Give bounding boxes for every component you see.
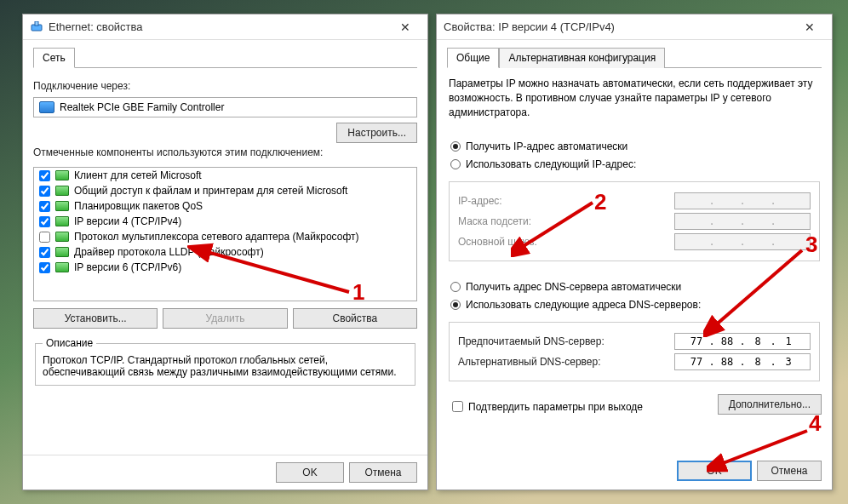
component-checkbox[interactable]: [39, 216, 50, 227]
component-label: Протокол мультиплексора сетевого адаптер…: [74, 231, 358, 243]
component-label: IP версии 6 (TCP/IPv6): [74, 261, 181, 273]
install-button[interactable]: Установить...: [33, 308, 158, 329]
ok-button[interactable]: OK: [677, 461, 752, 481]
component-icon: [55, 216, 69, 226]
tab-alternate[interactable]: Альтернативная конфигурация: [499, 48, 665, 68]
radio-icon: [450, 300, 461, 310]
close-icon[interactable]: ✕: [793, 17, 827, 37]
component-icon: [55, 232, 69, 242]
component-icon: [55, 247, 69, 257]
adapter-name: Realtek PCIe GBE Family Controller: [60, 101, 224, 113]
subnet-mask-input: ...: [674, 213, 811, 230]
preferred-dns-label: Предпочитаемый DNS-сервер:: [458, 335, 620, 347]
component-row[interactable]: Протокол мультиплексора сетевого адаптер…: [34, 229, 416, 244]
component-row[interactable]: Планировщик пакетов QoS: [34, 198, 416, 214]
component-icon: [55, 170, 69, 180]
close-icon[interactable]: ✕: [388, 17, 422, 37]
gateway-input: ...: [674, 233, 811, 250]
configure-button[interactable]: Настроить...: [336, 123, 417, 143]
cancel-button[interactable]: Отмена: [757, 461, 822, 481]
ip-fields: IP-адрес: ... Маска подсети: ... Основно…: [449, 181, 820, 261]
alternate-dns-label: Альтернативный DNS-сервер:: [458, 356, 620, 368]
component-label: IP версии 4 (TCP/IPv4): [74, 215, 181, 227]
radio-ip-auto[interactable]: Получить IP-адрес автоматически: [450, 139, 822, 154]
subnet-mask-label: Маска подсети:: [458, 215, 620, 227]
title-text: Ethernet: свойства: [49, 20, 388, 33]
nic-icon: [30, 20, 43, 34]
validate-checkbox-input[interactable]: [452, 401, 463, 412]
component-icon: [55, 201, 69, 211]
components-list[interactable]: Клиент для сетей MicrosoftОбщий доступ к…: [33, 167, 417, 301]
radio-label: Использовать следующие адреса DNS-сервер…: [466, 299, 701, 311]
adapter-field: Realtek PCIe GBE Family Controller: [33, 97, 417, 117]
adapter-icon: [39, 101, 54, 113]
ip-address-label: IP-адрес:: [458, 195, 620, 207]
ipv4-properties-dialog: Свойства: IP версии 4 (TCP/IPv4) ✕ Общие…: [436, 14, 833, 490]
component-label: Планировщик пакетов QoS: [74, 200, 203, 212]
components-label: Отмеченные компоненты используются этим …: [33, 146, 417, 158]
component-checkbox[interactable]: [39, 201, 50, 212]
radio-icon: [450, 159, 461, 169]
description-legend: Описание: [43, 337, 96, 349]
radio-dns-manual[interactable]: Использовать следующие адреса DNS-сервер…: [450, 297, 822, 312]
radio-dns-auto[interactable]: Получить адрес DNS-сервера автоматически: [450, 279, 822, 295]
ok-button[interactable]: OK: [276, 462, 344, 483]
radio-ip-manual[interactable]: Использовать следующий IP-адрес:: [450, 157, 822, 172]
validate-checkbox[interactable]: Подтвердить параметры при выходе: [449, 398, 643, 415]
radio-label: Использовать следующий IP-адрес:: [466, 158, 636, 170]
remove-button: Удалить: [163, 308, 287, 329]
radio-label: Получить адрес DNS-сервера автоматически: [466, 281, 681, 293]
description-text: Протокол TCP/IP. Стандартный протокол гл…: [43, 354, 408, 378]
validate-label: Подтвердить параметры при выходе: [468, 401, 643, 413]
component-checkbox[interactable]: [39, 170, 50, 181]
cancel-button[interactable]: Отмена: [349, 462, 417, 483]
connect-label: Подключение через:: [33, 80, 417, 92]
component-row[interactable]: IP версии 4 (TCP/IPv4): [34, 214, 416, 229]
component-checkbox[interactable]: [39, 232, 50, 243]
preferred-dns-input[interactable]: 77. 88. 8. 1: [674, 333, 811, 350]
radio-label: Получить IP-адрес автоматически: [466, 140, 627, 152]
radio-icon: [450, 282, 461, 292]
tabstrip: Общие Альтернативная конфигурация: [447, 47, 822, 68]
component-label: Общий доступ к файлам и принтерам для се…: [74, 185, 347, 197]
alternate-dns-input[interactable]: 77. 88. 8. 3: [674, 353, 811, 370]
gateway-label: Основной шлюз:: [458, 236, 620, 248]
tab-network[interactable]: Сеть: [33, 48, 75, 68]
component-icon: [55, 186, 69, 196]
title-text: Свойства: IP версии 4 (TCP/IPv4): [444, 20, 793, 33]
component-row[interactable]: Драйвер протокола LLDP (Майкрософт): [34, 244, 416, 260]
component-row[interactable]: IP версии 6 (TCP/IPv6): [34, 260, 416, 275]
tabstrip: Сеть: [33, 47, 417, 68]
properties-button[interactable]: Свойства: [293, 308, 417, 329]
ip-address-input: ...: [674, 192, 811, 209]
component-checkbox[interactable]: [39, 262, 50, 273]
description-group: Описание Протокол TCP/IP. Стандартный пр…: [35, 337, 415, 386]
component-row[interactable]: Общий доступ к файлам и принтерам для се…: [34, 183, 416, 198]
component-label: Драйвер протокола LLDP (Майкрософт): [74, 246, 264, 258]
svg-rect-1: [35, 21, 38, 26]
intro-text: Параметры IP можно назначать автоматичес…: [449, 77, 822, 119]
component-checkbox[interactable]: [39, 186, 50, 197]
tab-general[interactable]: Общие: [447, 48, 499, 68]
titlebar: Свойства: IP версии 4 (TCP/IPv4) ✕: [437, 14, 832, 40]
component-row[interactable]: Клиент для сетей Microsoft: [34, 168, 416, 183]
component-checkbox[interactable]: [39, 247, 50, 258]
radio-icon: [450, 141, 461, 152]
component-icon: [55, 262, 69, 272]
titlebar: Ethernet: свойства ✕: [23, 14, 427, 40]
component-label: Клиент для сетей Microsoft: [74, 169, 202, 181]
advanced-button[interactable]: Дополнительно...: [718, 394, 822, 415]
dns-fields: Предпочитаемый DNS-сервер: 77. 88. 8. 1 …: [449, 322, 820, 381]
ethernet-properties-dialog: Ethernet: свойства ✕ Сеть Подключение че…: [22, 14, 428, 490]
